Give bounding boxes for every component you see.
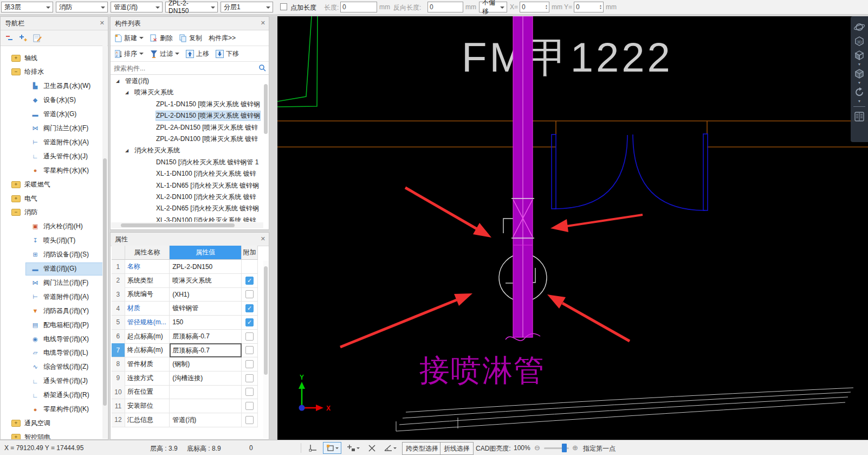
property-value[interactable] bbox=[170, 399, 242, 413]
point-add-length-checkbox[interactable] bbox=[280, 3, 287, 10]
property-row[interactable]: 6 起点标高(m) 层顶标高-0.7 bbox=[112, 330, 258, 344]
view-3d-icon[interactable]: 3D bbox=[853, 35, 866, 48]
component-tree-item[interactable]: ◢ 管道(消) bbox=[111, 75, 263, 87]
property-value[interactable]: (钢制) bbox=[170, 357, 242, 371]
component-tree-item[interactable]: ◢ XL-3-DN100 [消火栓灭火系统 镀锌 bbox=[111, 215, 263, 222]
new-button[interactable]: 新建 bbox=[113, 33, 146, 44]
property-row[interactable]: 12 汇总信息 管道(消) bbox=[112, 413, 258, 427]
properties-scrollbar[interactable] bbox=[263, 261, 268, 438]
attach-checkbox[interactable] bbox=[245, 290, 254, 298]
expander-icon[interactable]: ◢ bbox=[125, 90, 131, 95]
display-settings-icon[interactable] bbox=[853, 110, 866, 123]
sidebar-item[interactable]: ⊢ 管道附件(消)(A) bbox=[1, 290, 102, 304]
y-spinner[interactable]: ▲▼ bbox=[598, 2, 603, 12]
property-value[interactable]: 镀锌钢管 bbox=[170, 302, 242, 316]
brightness-slider-thumb[interactable] bbox=[562, 444, 567, 452]
reverse-length-input[interactable] bbox=[427, 2, 463, 12]
attach-checkbox[interactable] bbox=[245, 332, 254, 341]
component-tree-item[interactable]: ◢ ZPL-2A-DN150 [喷淋灭火系统 镀锌 bbox=[111, 122, 263, 133]
property-row[interactable]: 11 安装部位 bbox=[112, 399, 258, 413]
property-value[interactable]: 150 bbox=[170, 316, 242, 330]
brightness-minus-button[interactable]: ⊖ bbox=[534, 444, 540, 452]
cad-canvas[interactable]: FM甲1222 接喷淋管 Y X bbox=[277, 16, 868, 440]
component-tree-item[interactable]: ◢ DN150 [消火栓灭火系统 镀锌钢管 1 bbox=[111, 157, 263, 168]
component-tree-hscrollbar[interactable] bbox=[111, 222, 263, 228]
delete-button[interactable]: ✕ 删除 bbox=[148, 33, 175, 44]
sidebar-item[interactable]: ⊞ 消防设备(消)(S) bbox=[1, 248, 102, 262]
attach-checkbox[interactable] bbox=[245, 374, 254, 382]
attach-checkbox[interactable] bbox=[245, 416, 254, 424]
rotate-view-icon[interactable] bbox=[853, 86, 866, 99]
sidebar-item[interactable]: ▙ 卫生器具(水)(W) bbox=[1, 79, 102, 93]
property-row[interactable]: 1 名称 ZPL-2-DN150 bbox=[112, 260, 258, 274]
sidebar-item[interactable]: ◆ 设备(水)(S) bbox=[1, 93, 102, 107]
sidebar-item[interactable]: − 给排水 bbox=[1, 65, 102, 79]
sidebar-item[interactable]: ▼ 消防器具(消)(Y) bbox=[1, 304, 102, 318]
attach-checkbox[interactable] bbox=[245, 346, 254, 354]
expander-icon[interactable]: ◢ bbox=[116, 79, 121, 84]
navigation-scrollbar[interactable] bbox=[102, 46, 107, 439]
close-icon[interactable]: ✕ bbox=[261, 20, 265, 27]
component-select[interactable]: ZPL-2-DN150 bbox=[165, 2, 218, 12]
property-row[interactable]: 5 管径规格(m... 150 ✓ bbox=[112, 316, 258, 330]
property-row[interactable]: 8 管件材质 (钢制) bbox=[112, 357, 258, 371]
chevron-down-icon[interactable]: ▼ bbox=[858, 63, 861, 66]
property-row[interactable]: 10 所在位置 bbox=[112, 385, 258, 399]
sidebar-item[interactable]: + 采暖燃气 bbox=[1, 177, 102, 191]
component-tree-item[interactable]: ◢ 喷淋灭火系统 bbox=[111, 87, 263, 98]
category-select[interactable]: 管道(消) bbox=[111, 2, 163, 12]
x-spinner[interactable]: ▲▼ bbox=[544, 2, 549, 12]
move-down-button[interactable]: 下移 bbox=[213, 48, 241, 60]
brightness-slider[interactable] bbox=[544, 447, 569, 449]
chevron-down-icon[interactable]: ▼ bbox=[858, 100, 861, 103]
property-value[interactable]: 层顶标高-0.7 bbox=[170, 343, 242, 357]
edit-list-icon[interactable] bbox=[33, 34, 42, 42]
component-tree-item[interactable]: ◢ ZPL-2A-DN100 [喷淋灭火系统 镀锌 bbox=[111, 133, 263, 145]
component-tree-item[interactable]: ◢ XL-2-DN65 [消火栓灭火系统 镀锌钢 bbox=[111, 203, 263, 214]
floor-select[interactable]: 第3层 bbox=[1, 2, 53, 12]
component-library-button[interactable]: 构件库>> bbox=[206, 33, 238, 44]
expander-icon[interactable]: ◢ bbox=[125, 148, 131, 153]
property-row[interactable]: 3 系统编号 (XH1) bbox=[112, 287, 258, 302]
close-icon[interactable]: ✕ bbox=[261, 235, 265, 242]
attach-checkbox[interactable]: ✓ bbox=[245, 304, 254, 312]
property-row[interactable]: 9 连接方式 (沟槽连接) bbox=[112, 371, 258, 386]
collapse-all-icon[interactable] bbox=[5, 34, 14, 42]
search-icon[interactable] bbox=[258, 64, 266, 72]
cube-view-icon[interactable] bbox=[853, 67, 866, 80]
ortho-tool[interactable] bbox=[306, 442, 320, 454]
property-value[interactable]: (XH1) bbox=[170, 287, 242, 302]
angle-tool[interactable] bbox=[381, 442, 399, 454]
sidebar-item[interactable]: − 消防 bbox=[1, 206, 102, 220]
sidebar-item[interactable]: ⋈ 阀门法兰(水)(F) bbox=[1, 121, 102, 136]
sidebar-item[interactable]: ∟ 通头管件(消)(J) bbox=[1, 374, 102, 388]
sidebar-item[interactable]: ● 零星构件(水)(K) bbox=[1, 163, 102, 177]
component-tree-item[interactable]: ◢ XL-1-DN100 [消火栓灭火系统 镀锌 bbox=[111, 168, 263, 180]
property-value[interactable] bbox=[170, 385, 242, 399]
attach-checkbox[interactable] bbox=[245, 360, 254, 368]
sidebar-item[interactable]: + 轴线 bbox=[1, 51, 102, 65]
specialty-select[interactable]: 消防 bbox=[56, 2, 108, 12]
component-tree-item[interactable]: ◢ XL-2-DN100 [消火栓灭火系统 镀锌 bbox=[111, 191, 263, 203]
close-icon[interactable]: ✕ bbox=[100, 20, 105, 27]
attach-checkbox[interactable]: ✓ bbox=[245, 277, 254, 285]
property-value[interactable]: 喷淋灭火系统 bbox=[170, 274, 242, 288]
intersect-tool[interactable] bbox=[365, 442, 379, 454]
chevron-down-icon[interactable]: ▼ bbox=[858, 81, 861, 85]
sidebar-item[interactable]: ⊢ 管道附件(水)(A) bbox=[1, 135, 102, 149]
component-tree-item[interactable]: ◢ 消火栓灭火系统 bbox=[111, 145, 263, 156]
sidebar-item[interactable]: ∿ 综合管线(消)(Z) bbox=[1, 360, 102, 374]
property-row[interactable]: 2 系统类型 喷淋灭火系统 ✓ bbox=[112, 274, 258, 288]
add-point-tool[interactable] bbox=[345, 442, 362, 454]
sidebar-item[interactable]: + 电气 bbox=[1, 191, 102, 206]
copy-button[interactable]: 复制 bbox=[177, 33, 204, 44]
property-value[interactable]: (沟槽连接) bbox=[170, 371, 242, 386]
brightness-plus-button[interactable]: ⊕ bbox=[572, 444, 578, 452]
component-tree-vscrollbar[interactable] bbox=[263, 75, 268, 223]
filter-button[interactable]: 过滤 bbox=[148, 48, 182, 60]
sidebar-item[interactable]: ▬ 管道(水)(G) bbox=[1, 107, 102, 121]
attach-checkbox[interactable]: ✓ bbox=[245, 318, 254, 326]
sidebar-item[interactable]: ∟ 桥架通头(消)(R) bbox=[1, 388, 102, 402]
offset-select[interactable]: 不偏移 bbox=[479, 2, 507, 12]
move-up-button[interactable]: 上移 bbox=[184, 48, 211, 60]
